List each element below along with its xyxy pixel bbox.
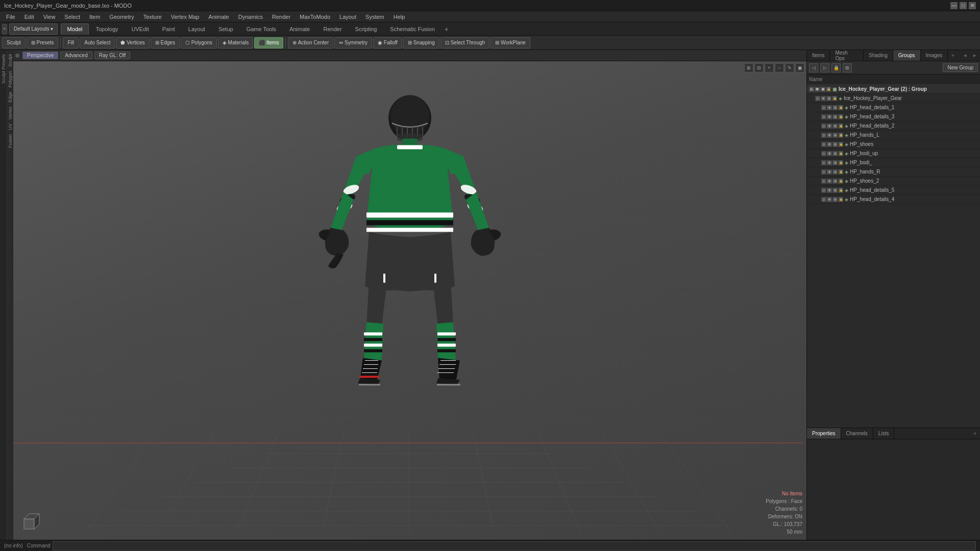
vis-expand-icon[interactable]: ▷ — [821, 133, 826, 138]
vis-visible-icon[interactable]: 👁 — [827, 142, 832, 147]
vis-visible-icon[interactable]: 👁 — [827, 105, 832, 110]
tab-game-tools[interactable]: Game Tools — [240, 23, 283, 35]
viewport-expand-dot[interactable] — [15, 54, 19, 58]
vp-ctrl-2[interactable]: ⊟ — [754, 63, 764, 72]
group-item-7[interactable]: ▷👁⊞🔒◈HP_bodi_up — [807, 149, 980, 158]
group-item-1[interactable]: ▷👁⊞🔒◈Ice_Hockey_Player_Gear — [807, 94, 980, 103]
vis-render-icon[interactable]: ⊞ — [820, 87, 825, 92]
vis-visible-icon[interactable]: 👁 — [827, 179, 832, 184]
vis-visible-icon[interactable]: 👁 — [827, 188, 832, 193]
vis-lock-icon[interactable]: 🔒 — [838, 105, 843, 110]
groups-list[interactable]: ▷👁⊞🔒▣Ice_Hockey_Player_Gear (2) : Group▷… — [807, 85, 980, 428]
ray-gl-button[interactable]: Ray GL: Off — [94, 52, 131, 59]
close-button[interactable]: ✕ — [969, 2, 976, 9]
vis-render-icon[interactable]: ⊞ — [832, 123, 838, 129]
bp-tab-properties[interactable]: Properties — [807, 428, 841, 439]
vis-render-icon[interactable]: ⊞ — [832, 197, 838, 202]
tab-animate[interactable]: Animate — [283, 23, 316, 35]
vis-expand-icon[interactable]: ▷ — [821, 114, 826, 119]
vis-expand-icon[interactable]: ▷ — [821, 142, 826, 147]
advanced-button[interactable]: Advanced — [60, 52, 92, 59]
vis-expand-icon[interactable]: ▷ — [821, 169, 826, 174]
rp-add-tab-button[interactable]: + — [948, 51, 958, 61]
vis-lock-icon[interactable]: 🔒 — [838, 123, 843, 129]
toolbar-items[interactable]: ⬛ Items — [254, 37, 283, 48]
groups-tool-2[interactable]: ▷ — [820, 63, 829, 72]
vis-lock-icon[interactable]: 🔒 — [832, 96, 837, 101]
vp-ctrl-zoom-out[interactable]: − — [775, 63, 784, 72]
vis-lock-icon[interactable]: 🔒 — [838, 197, 843, 202]
toolbar-select-through[interactable]: ⊡ Select Through — [440, 37, 489, 48]
vis-visible-icon[interactable]: 👁 — [827, 123, 832, 129]
bp-add-tab-button[interactable]: + — [970, 429, 980, 439]
add-tab-button[interactable]: + — [442, 24, 452, 34]
toolbar-materials[interactable]: ◈ Materials — [218, 37, 253, 48]
vp-ctrl-5[interactable]: ▣ — [795, 63, 804, 72]
group-item-12[interactable]: ▷👁⊞🔒◈HP_head_details_4 — [807, 195, 980, 204]
bp-tab-lists[interactable]: Lists — [873, 428, 895, 439]
menu-item[interactable]: Item — [85, 13, 104, 21]
toolbar-snapping[interactable]: ⊞ Snapping — [403, 37, 439, 48]
viewport-canvas[interactable]: ⊞ ⊟ + − ✎ ▣ No Items Polygons : Face Cha… — [13, 61, 806, 540]
vis-expand-icon[interactable]: ▷ — [809, 87, 814, 92]
vis-visible-icon[interactable]: 👁 — [827, 197, 832, 202]
left-sidebar-tab-uv[interactable]: UV — [7, 121, 13, 132]
group-item-4[interactable]: ▷👁⊞🔒◈HP_head_details_2 — [807, 121, 980, 131]
vis-expand-icon[interactable]: ▷ — [821, 197, 826, 202]
menu-vertex map[interactable]: Vertex Map — [167, 13, 204, 21]
vis-expand-icon[interactable]: ▷ — [821, 179, 826, 184]
new-group-button[interactable]: New Group — [943, 63, 978, 72]
rp-tab-groups[interactable]: Groups — [893, 50, 921, 61]
tab-setup[interactable]: Setup — [212, 23, 240, 35]
maximize-button[interactable]: □ — [960, 2, 967, 9]
left-sidebar-tab-edge[interactable]: Edge — [7, 90, 13, 105]
vis-render-icon[interactable]: ⊞ — [826, 96, 831, 101]
group-item-6[interactable]: ▷👁⊞🔒◈HP_shoes — [807, 140, 980, 149]
menu-render[interactable]: Render — [268, 13, 295, 21]
rp-tab-mesh-ops[interactable]: Mesh Ops — [830, 50, 864, 61]
tab-model[interactable]: Model — [61, 23, 89, 35]
menu-layout[interactable]: Layout — [335, 13, 360, 21]
groups-tool-1[interactable]: ◁ — [809, 63, 818, 72]
vis-lock-icon[interactable]: 🔒 — [826, 87, 831, 92]
groups-tool-lock[interactable]: 🔒 — [831, 63, 841, 72]
toolbar-vertices[interactable]: ⬟ Vertices — [116, 37, 149, 48]
vis-render-icon[interactable]: ⊞ — [832, 160, 838, 165]
perspective-button[interactable]: Perspective — [22, 52, 58, 59]
vis-render-icon[interactable]: ⊞ — [832, 169, 838, 174]
vis-expand-icon[interactable]: ▷ — [821, 151, 826, 156]
left-sidebar-tab-sculpt[interactable]: Sculpt — [7, 52, 13, 69]
menu-view[interactable]: View — [39, 13, 60, 21]
toolbar-presets[interactable]: ⊞ Presets — [27, 37, 59, 48]
group-item-10[interactable]: ▷👁⊞🔒◈HP_shoes_2 — [807, 177, 980, 186]
group-item-0[interactable]: ▷👁⊞🔒▣Ice_Hockey_Player_Gear (2) : Group — [807, 85, 980, 94]
vis-render-icon[interactable]: ⊞ — [832, 105, 838, 110]
toolbar-auto-select[interactable]: Auto Select — [80, 37, 115, 48]
vis-lock-icon[interactable]: 🔒 — [838, 160, 843, 165]
group-item-8[interactable]: ▷👁⊞🔒◈HP_bodi_ — [807, 158, 980, 167]
sculpt-presets-panel[interactable]: Sculpt Presets — [0, 50, 7, 540]
rp-tab-items[interactable]: Items — [807, 50, 830, 61]
vis-visible-icon[interactable]: 👁 — [827, 169, 832, 174]
toolbar-sculpt[interactable]: Sculpt — [2, 37, 26, 48]
vis-lock-icon[interactable]: 🔒 — [838, 151, 843, 156]
vis-expand-icon[interactable]: ▷ — [821, 123, 826, 129]
group-item-5[interactable]: ▷👁⊞🔒◈HP_hands_L — [807, 131, 980, 140]
vis-render-icon[interactable]: ⊞ — [832, 151, 838, 156]
layouts-icon[interactable]: ≡ — [2, 24, 7, 34]
tab-paint[interactable]: Paint — [156, 23, 182, 35]
vis-visible-icon[interactable]: 👁 — [827, 114, 832, 119]
vis-visible-icon[interactable]: 👁 — [827, 160, 832, 165]
tab-uvedit[interactable]: UVEdit — [125, 23, 156, 35]
left-sidebar-tab-vertex[interactable]: Vertex — [7, 105, 13, 122]
groups-tool-4[interactable]: ⊞ — [843, 63, 852, 72]
tab-layout[interactable]: Layout — [182, 23, 212, 35]
menu-file[interactable]: File — [2, 13, 19, 21]
toolbar-fill[interactable]: Fill — [63, 37, 79, 48]
group-item-9[interactable]: ▷👁⊞🔒◈HP_hands_R — [807, 167, 980, 177]
menu-maxtomodo[interactable]: MaxToModo — [296, 13, 334, 21]
vis-expand-icon[interactable]: ▷ — [821, 188, 826, 193]
tab-topology[interactable]: Topology — [89, 23, 125, 35]
menu-texture[interactable]: Texture — [139, 13, 166, 21]
vis-expand-icon[interactable]: ▷ — [821, 160, 826, 165]
